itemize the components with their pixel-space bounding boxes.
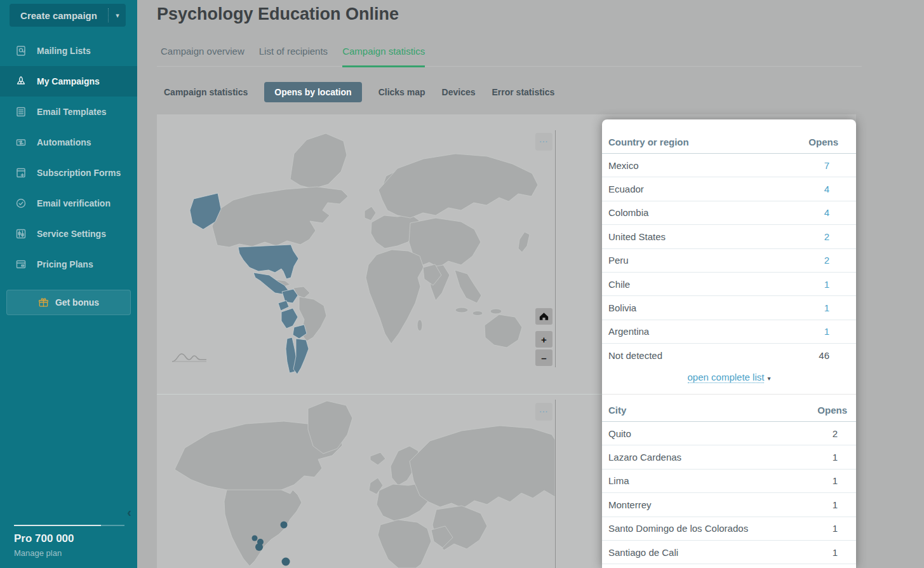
sidebar-item-label: Service Settings <box>37 229 106 239</box>
create-campaign-label: Create campaign <box>10 10 108 21</box>
get-bonus-button[interactable]: Get bonus <box>6 290 131 315</box>
opens-count-link[interactable]: 7 <box>746 160 856 171</box>
world-map-city-markers[interactable] <box>157 395 555 568</box>
location-stats-panel: Country or region Opens Mexico 7 Ecuador… <box>602 119 856 568</box>
world-map-opens-choropleth[interactable] <box>157 114 555 394</box>
manage-plan-link[interactable]: Manage plan <box>14 548 62 558</box>
opens-count: 1 <box>754 547 856 558</box>
sidebar-item-service-settings[interactable]: Service Settings <box>0 219 137 249</box>
subtab-campaign-statistics[interactable]: Campaign statistics <box>164 87 248 97</box>
opens-column-header: Opens <box>754 137 856 147</box>
plan-usage-bar <box>14 525 124 526</box>
city-name: Quito <box>602 428 754 439</box>
sidebar-item-automations[interactable]: Automations <box>0 127 137 158</box>
automations-icon <box>15 137 27 148</box>
sidebar-item-label: My Campaigns <box>37 76 100 86</box>
map-home-button[interactable] <box>535 308 552 325</box>
tab-campaign-overview[interactable]: Campaign overview <box>161 38 244 66</box>
city-column-header: City <box>602 405 763 416</box>
collapse-sidebar-icon[interactable]: ‹ <box>127 505 131 520</box>
subscription-forms-icon <box>15 167 27 179</box>
table-row: United States 2 <box>602 225 856 248</box>
sidebar-item-mailing-lists[interactable]: Mailing Lists <box>0 36 137 66</box>
page-title: Psychology Education Online <box>157 4 399 24</box>
table-row: Argentina 1 <box>602 320 856 344</box>
map-panel-divider <box>555 130 556 367</box>
country-name: Chile <box>602 279 746 290</box>
main-content: Psychology Education Online Campaign ove… <box>137 0 924 568</box>
open-complete-list-link[interactable]: open complete list <box>688 372 765 383</box>
map-export-menu-button[interactable]: ··· <box>535 133 552 151</box>
country-column-header: Country or region <box>602 137 754 147</box>
amcharts-logo[interactable] <box>171 349 208 365</box>
create-campaign-button[interactable]: Create campaign ▾ <box>10 4 126 27</box>
plan-name: Pro 700 000 <box>14 532 74 545</box>
city-name: Lazaro Cardenas <box>602 452 754 463</box>
subtab-opens-by-location[interactable]: Opens by location <box>264 82 361 102</box>
table-row: Peru 2 <box>602 249 856 273</box>
table-row: Quito 2 <box>602 422 856 445</box>
subtab-clicks-map[interactable]: Clicks map <box>378 87 425 97</box>
table-row: Lazaro Cardenas 1 <box>602 445 856 469</box>
email-verification-icon <box>15 198 27 209</box>
city-opens-table: City Opens Quito 2 Lazaro Cardenas 1 Lim… <box>602 399 856 564</box>
table-row: Chile 1 <box>602 273 856 296</box>
mailing-lists-icon <box>15 45 27 57</box>
opens-count: 1 <box>754 499 856 510</box>
table-row: Colombia 4 <box>602 201 856 225</box>
my-campaigns-icon <box>15 76 27 87</box>
service-settings-icon <box>15 228 27 240</box>
table-header-row: City Opens <box>602 399 856 422</box>
campaign-tabs: Campaign overview List of recipients Cam… <box>157 38 862 67</box>
sidebar-item-my-campaigns[interactable]: My Campaigns <box>0 66 137 97</box>
open-complete-list-row: open complete list▾ <box>602 372 856 382</box>
map-zoom-in-button[interactable]: + <box>535 331 552 348</box>
opens-count: 46 <box>746 350 856 361</box>
country-name: Colombia <box>602 207 746 218</box>
panel-section-divider <box>602 394 856 395</box>
country-opens-table: Country or region Opens Mexico 7 Ecuador… <box>602 131 856 367</box>
map-zoom-out-button[interactable]: – <box>535 349 552 366</box>
sidebar-item-subscription-forms[interactable]: Subscription Forms <box>0 158 137 188</box>
opens-count-link[interactable]: 4 <box>746 207 856 218</box>
gift-icon <box>38 297 49 308</box>
country-name: United States <box>602 231 746 242</box>
opens-count-link[interactable]: 1 <box>746 302 856 313</box>
pricing-plans-icon <box>15 259 27 270</box>
table-row: Monterrey 1 <box>602 493 856 517</box>
map-export-menu-button[interactable]: ··· <box>535 403 552 421</box>
tab-list-of-recipients[interactable]: List of recipients <box>259 38 328 66</box>
sidebar-item-label: Pricing Plans <box>37 259 93 269</box>
country-name: Mexico <box>602 160 746 171</box>
sidebar-item-email-verification[interactable]: Email verification <box>0 188 137 219</box>
table-row-not-detected: Not detected 46 <box>602 344 856 367</box>
opens-count: 2 <box>754 428 856 439</box>
app-window: Create campaign ▾ Mailing Lists My Campa… <box>0 0 924 568</box>
table-header-row: Country or region Opens <box>602 131 856 154</box>
get-bonus-label: Get bonus <box>55 297 99 308</box>
table-row: Ecuador 4 <box>602 177 856 201</box>
opens-count-link[interactable]: 2 <box>746 231 856 242</box>
table-row: Lima 1 <box>602 470 856 493</box>
country-name: Argentina <box>602 326 746 337</box>
opens-count-link[interactable]: 1 <box>746 326 856 337</box>
opens-count: 1 <box>754 475 856 486</box>
sidebar-item-label: Email verification <box>37 198 110 208</box>
sidebar-item-pricing-plans[interactable]: Pricing Plans <box>0 249 137 280</box>
chevron-down-icon[interactable]: ▾ <box>109 11 126 20</box>
tab-campaign-statistics[interactable]: Campaign statistics <box>342 38 425 66</box>
subtab-devices[interactable]: Devices <box>442 87 476 97</box>
plan-usage-fill <box>14 525 101 526</box>
subtab-error-statistics[interactable]: Error statistics <box>492 87 555 97</box>
opens-count: 1 <box>754 452 856 463</box>
sidebar-item-email-templates[interactable]: Email Templates <box>0 97 137 127</box>
opens-count-link[interactable]: 4 <box>746 184 856 194</box>
map-panel-divider <box>555 400 556 568</box>
table-row: Santo Domingo de los Colorados 1 <box>602 517 856 541</box>
opens-count-link[interactable]: 2 <box>746 255 856 266</box>
sidebar: Create campaign ▾ Mailing Lists My Campa… <box>0 0 137 568</box>
country-name: Not detected <box>602 350 746 361</box>
chevron-down-icon[interactable]: ▾ <box>767 375 770 382</box>
opens-count-link[interactable]: 1 <box>746 279 856 290</box>
statistics-subtabs: Campaign statistics Opens by location Cl… <box>164 82 554 102</box>
